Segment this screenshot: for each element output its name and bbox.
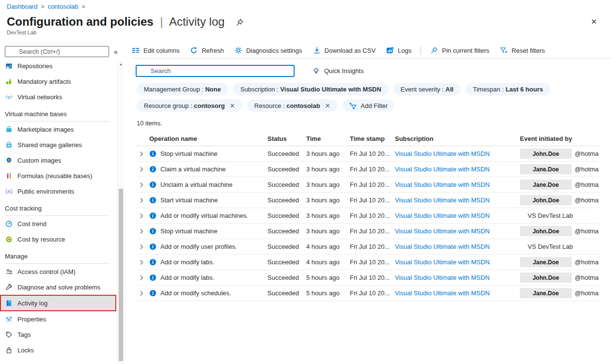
event-initiated-by-cell: Jane.Doe@hotmai... [520,288,599,298]
remove-filter-icon[interactable]: ✕ [230,103,235,109]
subscription-link[interactable]: Visual Studio Ultimate with MSDN [395,166,520,173]
column-header-status[interactable]: Status [267,135,306,142]
table-row[interactable]: Start virtual machineSucceeded3 hours ag… [137,193,599,208]
table-row[interactable]: Add or modify user profiles.Succeeded4 h… [137,239,599,255]
reset-filters-button[interactable]: Reset filters [495,43,550,58]
column-header-subscription[interactable]: Subscription [395,135,520,142]
table-row[interactable]: Add or modify virtual machines.Succeeded… [137,208,599,224]
column-header-time[interactable]: Time [306,135,350,142]
table-row[interactable]: Claim a virtual machineSucceeded3 hours … [137,162,599,177]
filter-pill-resource[interactable]: Resource : contosolab✕ [247,99,338,112]
sidebar-item-cost-trend[interactable]: Cost trend [0,216,116,231]
initiator-name-box: Jane.Doe [520,257,572,267]
breadcrumb-link-dashboard[interactable]: Dashboard [7,3,38,10]
subscription-link[interactable]: Visual Studio Ultimate with MSDN [395,274,520,281]
sidebar-search-input[interactable] [18,47,105,56]
sidebar-item-label: Mandatory artifacts [17,78,71,85]
operation-name: Start virtual machine [160,197,218,204]
pin-icon [430,46,438,54]
subscription-link[interactable]: Visual Studio Ultimate with MSDN [395,197,520,204]
search-icon [9,48,15,55]
sidebar-item-tags[interactable]: Tags [0,327,116,342]
subscription-link[interactable]: Visual Studio Ultimate with MSDN [395,258,520,266]
table-row[interactable]: Add or modify schedules.Succeeded5 hours… [137,286,599,301]
table-row[interactable]: Unclaim a virtual machineSucceeded3 hour… [137,177,599,193]
sidebar-collapse-icon[interactable]: « [113,48,119,56]
expand-row-button[interactable] [137,275,149,281]
expand-row-button[interactable] [137,151,149,157]
pin-blade-icon[interactable] [235,18,244,27]
initiator-email-suffix: @hotmai... [575,258,599,266]
sidebar-item-locks[interactable]: Locks [0,342,116,358]
activity-search-input[interactable] [150,67,290,75]
sidebar-item-shared-image-galleries[interactable]: Shared image galleries [0,137,116,152]
expand-row-button[interactable] [137,228,149,234]
download-as-csv-button[interactable]: Download as CSV [308,43,381,58]
expand-row-button[interactable] [137,244,149,250]
status-cell: Succeeded [267,274,306,281]
scroll-up-icon[interactable]: ▲ [118,61,124,68]
close-blade-icon[interactable]: ✕ [591,18,597,25]
breadcrumb-link-contosolab[interactable]: contosolab [48,3,78,10]
table-row[interactable]: Add or modify labs.Succeeded5 hours agoF… [137,270,599,286]
filter-pill-timespan[interactable]: Timespan : Last 6 hours [466,83,550,95]
sidebar-item-properties[interactable]: Properties [0,311,116,327]
add-filter-button[interactable]: Add Filter [343,99,394,112]
column-header-event-initiated-by[interactable]: Event initiated by [520,135,599,142]
remove-filter-icon[interactable]: ✕ [325,103,330,109]
sidebar-item-label: Access control (IAM) [17,268,76,275]
sidebar-item-activity-log[interactable]: Activity log [0,295,116,311]
cost-resource-icon [5,236,13,243]
sidebar-item-diagnose-and-solve-problems[interactable]: Diagnose and solve problems [0,279,116,295]
filter-pill-text: Management Group : None [144,86,221,93]
sidebar-item-custom-images[interactable]: Custom images [0,152,116,168]
operation-name-cell: Add or modify schedules. [149,289,267,297]
sidebar-item-cost-by-resource[interactable]: Cost by resource [0,231,116,247]
initiator-name: VS DevTest Lab [520,243,573,250]
sidebar-item-marketplace-images[interactable]: Marketplace images [0,121,116,137]
time-cell: 4 hours ago [306,243,350,250]
sidebar-section-cost-tracking: Cost tracking [0,199,116,216]
sidebar-scrollbar-thumb[interactable] [119,189,123,361]
subscription-link[interactable]: Visual Studio Ultimate with MSDN [395,212,520,219]
sidebar-item-public-environments[interactable]: Public environments [0,183,116,199]
filter-pill-event-severity[interactable]: Event severity : All [393,83,461,95]
sidebar-item-repositories[interactable]: Repositories [0,58,116,74]
sidebar-item-mandatory-artifacts[interactable]: Mandatory artifacts [0,74,116,89]
column-header-time-stamp[interactable]: Time stamp [350,135,395,142]
subscription-link[interactable]: Visual Studio Ultimate with MSDN [395,150,520,157]
column-header-operation-name[interactable]: Operation name [149,135,267,142]
table-row[interactable]: Stop virtual machineSucceeded3 hours ago… [137,146,599,162]
event-initiated-by-cell: John.Doe@hotmai... [520,226,599,236]
sidebar-item-label: Formulas (reusable bases) [17,172,93,180]
quick-insights-button[interactable]: Quick Insights [312,67,364,75]
table-row[interactable]: Add or modify labs.Succeeded4 hours agoF… [137,255,599,270]
table-row[interactable]: Stop virtual machineSucceeded3 hours ago… [137,224,599,239]
diagnostics-settings-button[interactable]: Diagnostics settings [229,43,308,58]
status-cell: Succeeded [267,166,306,173]
initiator-email-suffix: @hotmai... [575,181,599,188]
pin-current-filters-button[interactable]: Pin current filters [425,43,495,58]
expand-row-button[interactable] [137,259,149,265]
sidebar-scrollbar: ▲ [117,61,124,364]
subscription-link[interactable]: Visual Studio Ultimate with MSDN [395,289,520,297]
logs-button[interactable]: Logs [381,43,417,58]
time-cell: 5 hours ago [306,274,350,281]
subscription-link[interactable]: Visual Studio Ultimate with MSDN [395,243,520,250]
sidebar-item-access-control-iam[interactable]: Access control (IAM) [0,264,116,279]
sidebar-item-virtual-networks[interactable]: Virtual networks [0,89,116,105]
expand-row-button[interactable] [137,167,149,172]
sidebar-item-formulas-reusable-bases[interactable]: Formulas (reusable bases) [0,168,116,183]
expand-row-button[interactable] [137,182,149,188]
edit-columns-button[interactable]: Edit columns [132,43,185,58]
filter-pill-subscription[interactable]: Subscription : Visual Studio Ultimate wi… [233,83,389,95]
filter-pill-management-group[interactable]: Management Group : None [137,83,228,95]
expand-row-button[interactable] [137,213,149,219]
expand-row-button[interactable] [137,290,149,296]
subscription-link[interactable]: Visual Studio Ultimate with MSDN [395,181,520,188]
refresh-button[interactable]: Refresh [185,43,229,58]
sidebar-section-manage: Manage [0,247,116,264]
expand-row-button[interactable] [137,197,149,203]
filter-pill-resource-group[interactable]: Resource group : contosorg✕ [137,99,242,112]
subscription-link[interactable]: Visual Studio Ultimate with MSDN [395,228,520,235]
